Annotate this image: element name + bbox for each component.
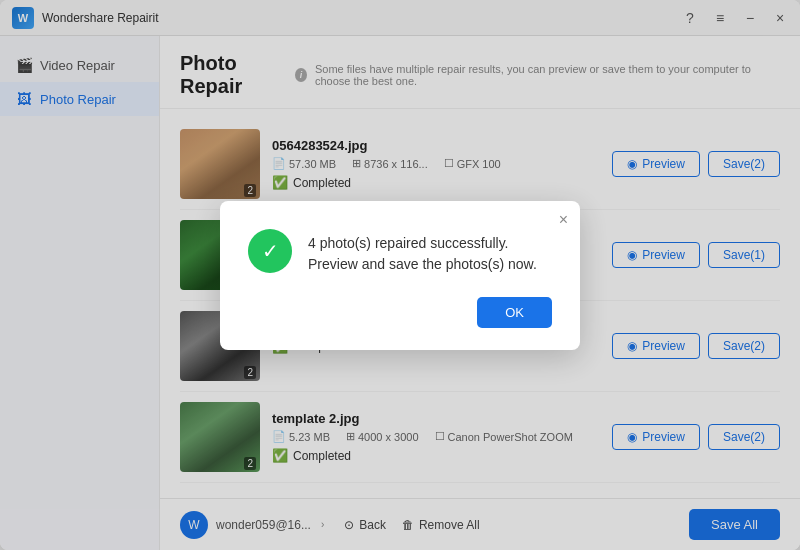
modal-overlay: × ✓ 4 photo(s) repaired successfully. Pr… — [0, 0, 800, 550]
modal-close-button[interactable]: × — [559, 211, 568, 229]
ok-button[interactable]: OK — [477, 297, 552, 328]
success-icon: ✓ — [248, 229, 292, 273]
modal-body: ✓ 4 photo(s) repaired successfully. Prev… — [248, 229, 552, 275]
success-modal: × ✓ 4 photo(s) repaired successfully. Pr… — [220, 201, 580, 350]
modal-message: 4 photo(s) repaired successfully. Previe… — [308, 229, 552, 275]
modal-footer: OK — [248, 297, 552, 328]
